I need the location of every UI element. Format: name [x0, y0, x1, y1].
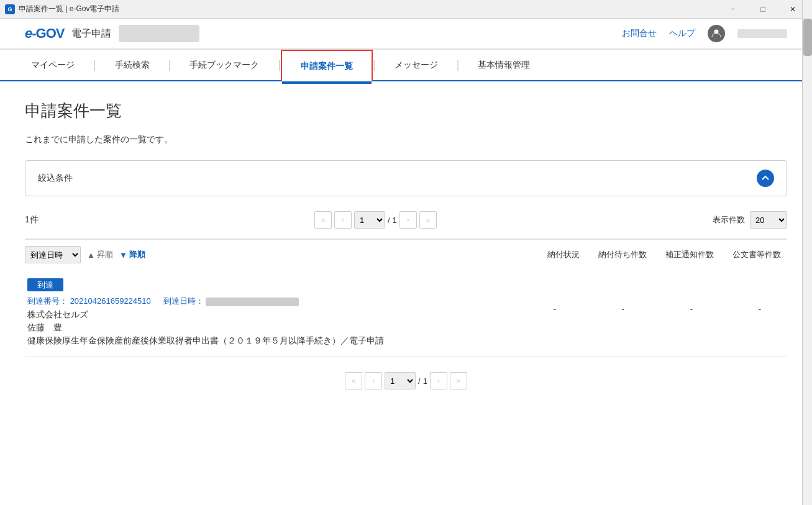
- sort-asc-button[interactable]: ▲ 昇順: [87, 249, 113, 260]
- pagination-area: 1件 « ‹ 1 / 1 › » 表示件数 20 10 50 100: [25, 211, 787, 229]
- pagination: « ‹ 1 / 1 › »: [314, 211, 437, 229]
- arrival-num-link[interactable]: 202104261659224510: [70, 296, 151, 306]
- bottom-page-select[interactable]: 1: [385, 372, 416, 389]
- sort-left: 到達日時 ▲ 昇順 ▼ 降順: [25, 246, 145, 263]
- last-page-button[interactable]: »: [419, 211, 437, 229]
- app-icon: G: [5, 4, 15, 14]
- title-bar: G 申請案件一覧 | e-Gov電子申請 － □ ✕: [0, 0, 812, 19]
- bottom-first-page-button[interactable]: «: [345, 372, 362, 389]
- contact-link[interactable]: お問合せ: [622, 28, 657, 39]
- main-content: 申請案件一覧 これまでに申請した案件の一覧です。 絞込条件 1件 « ‹ 1 /…: [0, 81, 812, 454]
- bottom-pagination: « ‹ 1 / 1 › »: [25, 357, 787, 404]
- nav-mypage[interactable]: マイページ: [12, 50, 93, 80]
- nav-basic-info[interactable]: 基本情報管理: [459, 50, 549, 80]
- sort-desc-label: 降順: [129, 249, 145, 260]
- title-bar-controls: － □ ✕: [719, 0, 807, 19]
- sort-right: 納付状況 納付待ち件数 補正通知件数 公文書等件数: [547, 249, 787, 260]
- filter-title: 絞込条件: [38, 173, 73, 184]
- help-link[interactable]: ヘルプ: [669, 28, 695, 39]
- minimize-button[interactable]: －: [719, 0, 747, 19]
- bottom-prev-page-button[interactable]: ‹: [365, 372, 382, 389]
- user-icon: [708, 25, 725, 42]
- item-official-docs: -: [741, 304, 778, 314]
- nav-message[interactable]: メッセージ: [376, 50, 457, 80]
- header-right: お問合せ ヘルプ: [622, 25, 787, 42]
- list-container: 到達日時 ▲ 昇順 ▼ 降順 納付状況 納付待ち件数 補正通知件数 公文書等件数: [25, 239, 787, 357]
- arrival-date-value: [206, 298, 299, 306]
- nav-search[interactable]: 手続検索: [96, 50, 168, 80]
- item-payment-pending: -: [604, 304, 642, 314]
- display-count-select[interactable]: 20 10 50 100: [750, 211, 787, 229]
- bottom-pagination-controls: « ‹ 1 / 1 › »: [345, 372, 467, 389]
- col-header-payment-pending: 納付待ち件数: [598, 249, 647, 260]
- first-page-button[interactable]: «: [314, 211, 332, 229]
- page-description: これまでに申請した案件の一覧です。: [25, 134, 787, 145]
- item-correction-notice: -: [673, 304, 710, 314]
- filter-header[interactable]: 絞込条件: [25, 161, 787, 196]
- col-header-correction: 補正通知件数: [665, 249, 714, 260]
- logo-area: e-GOV 電子申請: [25, 25, 199, 42]
- logo-subtitle: 電子申請: [71, 27, 111, 40]
- page-select[interactable]: 1: [354, 211, 385, 229]
- item-status-row: 到達: [27, 280, 536, 291]
- user-name: [737, 29, 787, 38]
- header: e-GOV 電子申請 お問合せ ヘルプ: [0, 19, 812, 50]
- sort-desc-button[interactable]: ▼ 降順: [119, 249, 145, 260]
- display-count-label: 表示件数: [713, 214, 745, 225]
- sort-field-select[interactable]: 到達日時: [25, 246, 81, 263]
- title-bar-left: G 申請案件一覧 | e-Gov電子申請: [5, 4, 119, 14]
- item-procedure: 健康保険厚生年金保険産前産後休業取得者申出書（２０１９年５月以降手続き）／電子申…: [27, 335, 536, 347]
- sort-asc-label: 昇順: [97, 249, 113, 260]
- page-select-wrap: 1 / 1: [354, 211, 397, 229]
- bottom-page-select-wrap: 1 / 1: [385, 372, 427, 389]
- scrollbar-thumb[interactable]: [803, 19, 812, 56]
- page-total: 1: [393, 216, 397, 225]
- bottom-next-page-button[interactable]: ›: [430, 372, 447, 389]
- bottom-page-separator: /: [418, 376, 421, 386]
- item-person: 佐藤 豊: [27, 322, 536, 334]
- arrival-num-label: 到達番号： 202104261659224510: [27, 296, 151, 307]
- arrival-date-label: 到達日時：: [163, 296, 299, 307]
- next-page-button[interactable]: ›: [399, 211, 417, 229]
- page-separator: /: [388, 216, 390, 225]
- prev-page-button[interactable]: ‹: [334, 211, 352, 229]
- logo-egov: e-GOV: [25, 25, 64, 42]
- col-header-official-docs: 公文書等件数: [732, 249, 781, 260]
- filter-toggle-icon[interactable]: [757, 170, 774, 187]
- item-company: 株式会社セルズ: [27, 309, 536, 321]
- item-left: 到達 到達番号： 202104261659224510 到達日時：: [27, 280, 536, 347]
- bottom-page-total: 1: [423, 376, 427, 386]
- maximize-button[interactable]: □: [749, 0, 777, 19]
- nav-bookmark[interactable]: 手続ブックマーク: [171, 50, 278, 80]
- scrollbar[interactable]: [802, 0, 812, 505]
- window-title: 申請案件一覧 | e-Gov電子申請: [19, 4, 119, 14]
- display-count-area: 表示件数 20 10 50 100: [713, 211, 787, 229]
- filter-section: 絞込条件: [25, 160, 787, 196]
- item-status-cols: - - - -: [536, 304, 785, 314]
- item-numbers: 到達番号： 202104261659224510 到達日時：: [27, 296, 536, 307]
- col-header-payment-status: 納付状況: [547, 249, 580, 260]
- logo-badge: [119, 25, 199, 42]
- sort-desc-arrow: ▼: [119, 250, 127, 260]
- list-item: 到達 到達番号： 202104261659224510 到達日時：: [25, 270, 787, 357]
- bottom-last-page-button[interactable]: »: [450, 372, 467, 389]
- page-title: 申請案件一覧: [25, 100, 787, 122]
- sort-asc-arrow: ▲: [87, 250, 95, 260]
- item-payment-status: -: [536, 304, 573, 314]
- nav-case-list[interactable]: 申請案件一覧: [281, 50, 373, 81]
- navigation: マイページ | 手続検索 | 手続ブックマーク | 申請案件一覧 | メッセージ…: [0, 50, 812, 81]
- result-count: 1件: [25, 214, 39, 225]
- sort-bar: 到達日時 ▲ 昇順 ▼ 降順 納付状況 納付待ち件数 補正通知件数 公文書等件数: [25, 239, 787, 270]
- status-badge: 到達: [27, 278, 63, 291]
